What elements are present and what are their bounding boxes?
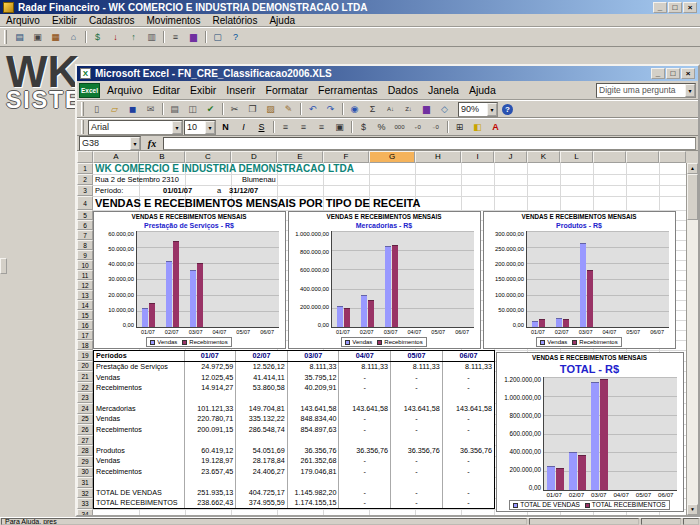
- column-header[interactable]: C: [185, 151, 231, 163]
- table-cell[interactable]: -: [391, 414, 443, 424]
- row-header[interactable]: 18: [77, 340, 93, 350]
- align-center-icon[interactable]: ≡: [295, 120, 312, 135]
- table-cell[interactable]: -: [442, 456, 494, 466]
- table-header-cell[interactable]: 05/07: [391, 351, 443, 361]
- table-cell[interactable]: -: [339, 497, 391, 508]
- table-cell[interactable]: [236, 435, 288, 445]
- menu-item-relatorios[interactable]: Relatórios: [206, 15, 263, 26]
- table-cell[interactable]: -: [339, 487, 391, 497]
- bank-icon[interactable]: ⌂: [65, 30, 82, 45]
- row-header[interactable]: 9: [77, 250, 93, 260]
- table-cell[interactable]: [442, 393, 494, 403]
- table-header-cell[interactable]: Períodos: [94, 351, 184, 361]
- toolbar-grip[interactable]: [4, 30, 7, 44]
- row-header[interactable]: 21: [77, 371, 93, 382]
- row-header[interactable]: 28: [77, 445, 93, 456]
- toolbar-grip[interactable]: [81, 102, 84, 116]
- reports-icon[interactable]: ≡: [167, 30, 184, 45]
- table-row-label[interactable]: Recebimentos: [94, 424, 184, 434]
- row-header[interactable]: 29: [77, 456, 93, 467]
- currency-icon[interactable]: $: [355, 120, 372, 135]
- table-cell[interactable]: 19.128,97: [184, 456, 236, 466]
- menu-item-movimentos[interactable]: Movimentos: [141, 15, 207, 26]
- chart-icon[interactable]: ▆: [185, 30, 202, 45]
- row-header[interactable]: 4: [77, 196, 93, 210]
- table-cell[interactable]: -: [391, 466, 443, 476]
- table-cell[interactable]: 36.356,76: [339, 445, 391, 455]
- row-header[interactable]: 8: [77, 240, 93, 250]
- minimize-button[interactable]: _: [651, 68, 665, 79]
- table-row-label[interactable]: Produtos: [94, 445, 184, 455]
- table-header-cell[interactable]: 04/07: [339, 351, 391, 361]
- table-row-label[interactable]: Recebimentos: [94, 382, 184, 392]
- hyperlink-icon[interactable]: ◉: [346, 102, 363, 117]
- table-cell[interactable]: 251.935,13: [184, 487, 236, 497]
- decrease-decimal-icon[interactable]: ₋0: [427, 120, 444, 135]
- menu-item-ajuda[interactable]: Ajuda: [464, 84, 501, 96]
- redo-icon[interactable]: ↷: [322, 102, 339, 117]
- column-header[interactable]: E: [277, 151, 323, 163]
- table-cell[interactable]: 14.914,27: [184, 382, 236, 392]
- row-header[interactable]: 5: [77, 210, 93, 220]
- table-cell[interactable]: 23.657,45: [184, 466, 236, 476]
- chart-wizard-icon[interactable]: ▆: [418, 102, 435, 117]
- column-header[interactable]: D: [231, 151, 277, 163]
- table-header-cell[interactable]: 02/07: [236, 351, 288, 361]
- row-header[interactable]: 23: [77, 392, 93, 403]
- table-cell[interactable]: -: [442, 372, 494, 382]
- menu-item-ferramentas[interactable]: Ferramentas: [313, 84, 383, 96]
- table-cell[interactable]: 53.860,58: [236, 382, 288, 392]
- row-header[interactable]: 30: [77, 467, 93, 478]
- name-box[interactable]: G38 ▾: [79, 136, 141, 151]
- table-cell[interactable]: 35.795,12: [287, 372, 339, 382]
- row-header[interactable]: 22: [77, 382, 93, 393]
- row-header[interactable]: 13: [77, 290, 93, 300]
- table-row-label[interactable]: Vendas: [94, 414, 184, 424]
- row-header[interactable]: 12: [77, 280, 93, 290]
- table-cell[interactable]: 238.662,43: [184, 497, 236, 508]
- row-header[interactable]: 19: [77, 350, 93, 361]
- table-cell[interactable]: -: [442, 414, 494, 424]
- select-all-corner[interactable]: [77, 151, 93, 163]
- table-cell[interactable]: -: [391, 456, 443, 466]
- zoom-combo[interactable]: 90% ▾: [458, 102, 498, 117]
- row-header[interactable]: 26: [77, 424, 93, 435]
- sort-asc-icon[interactable]: A↓: [382, 102, 399, 117]
- table-cell[interactable]: 36.356,76: [391, 445, 443, 455]
- menu-item-cadastros[interactable]: Cadastros: [83, 15, 141, 26]
- table-cell[interactable]: 101.121,33: [184, 403, 236, 413]
- menu-item-exibir[interactable]: Exibir: [185, 84, 221, 96]
- table-header-cell[interactable]: 01/07: [184, 351, 236, 361]
- calendar-icon[interactable]: ▦: [47, 30, 64, 45]
- table-cell[interactable]: -: [391, 487, 443, 497]
- table-cell[interactable]: 8.111,33: [287, 361, 339, 371]
- menu-item-ajuda[interactable]: Ajuda: [263, 15, 301, 26]
- money-icon[interactable]: $: [89, 30, 106, 45]
- excel-titlebar[interactable]: X Microsoft Excel - FN_CRE_Classificacao…: [77, 66, 698, 81]
- autosum-icon[interactable]: Σ: [364, 102, 381, 117]
- vertical-scrollbar[interactable]: ▲ ▼: [686, 163, 698, 515]
- column-header[interactable]: H: [415, 151, 461, 163]
- borders-icon[interactable]: ⊞: [451, 120, 468, 135]
- cells-layer[interactable]: WK COMERCIO E INDUSTRIA DEMONSTRACAO LTD…: [93, 163, 686, 515]
- table-cell[interactable]: 1.174.155,15: [287, 497, 339, 508]
- print-icon[interactable]: ▤: [166, 102, 183, 117]
- table-cell[interactable]: 36.356,76: [287, 445, 339, 455]
- row-header[interactable]: 7: [77, 230, 93, 240]
- column-header[interactable]: F: [323, 151, 369, 163]
- table-cell[interactable]: 286.548,74: [236, 424, 288, 434]
- companies-icon[interactable]: ▤: [11, 30, 28, 45]
- table-cell[interactable]: -: [442, 382, 494, 392]
- table-row-label[interactable]: [94, 476, 184, 486]
- table-cell[interactable]: 374.955,59: [236, 497, 288, 508]
- table-cell[interactable]: 8.111,33: [339, 361, 391, 371]
- help-icon[interactable]: ?: [499, 102, 516, 117]
- row-header[interactable]: 15: [77, 310, 93, 320]
- table-cell[interactable]: -: [339, 372, 391, 382]
- table-cell[interactable]: 40.209,91: [287, 382, 339, 392]
- table-row-label[interactable]: Mercadorias: [94, 403, 184, 413]
- table-row-label[interactable]: Vendas: [94, 372, 184, 382]
- open-icon[interactable]: ▱: [106, 102, 123, 117]
- table-cell[interactable]: [184, 476, 236, 486]
- close-button[interactable]: ×: [681, 68, 695, 79]
